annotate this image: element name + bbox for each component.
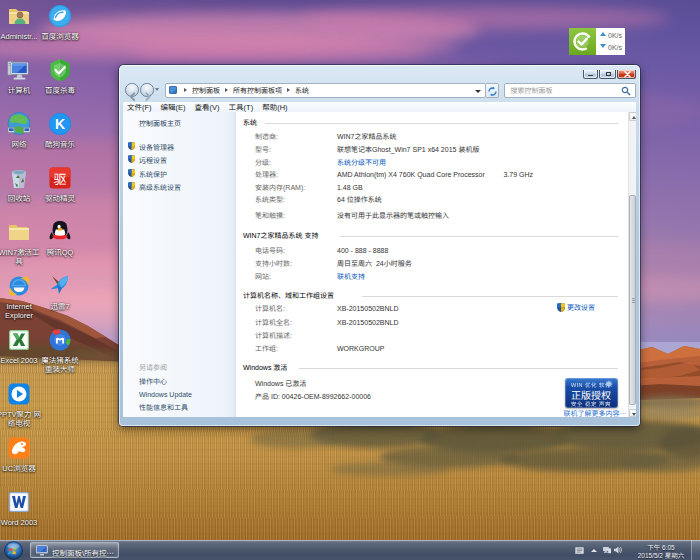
svg-text:驱: 驱 xyxy=(53,169,66,188)
svg-text:K: K xyxy=(55,116,65,132)
